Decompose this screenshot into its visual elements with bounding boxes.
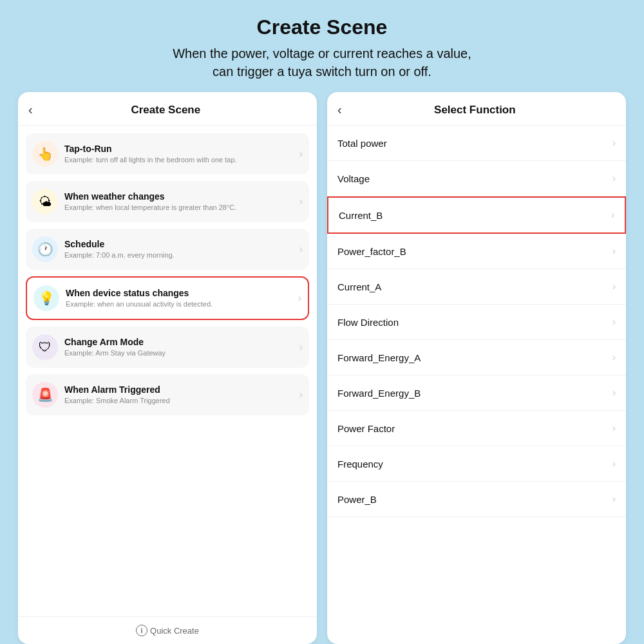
chevron-right-icon: › xyxy=(299,341,303,353)
create-scene-panel: ‹ Create Scene 👆 Tap-to-Run Example: tur… xyxy=(18,92,317,644)
scene-desc: Example: when local temperature is great… xyxy=(64,203,296,212)
scene-item[interactable]: 🌤 When weather changes Example: when loc… xyxy=(26,181,309,222)
scene-item[interactable]: 👆 Tap-to-Run Example: turn off all light… xyxy=(26,133,309,175)
scene-text: When weather changes Example: when local… xyxy=(64,191,296,212)
chevron-right-icon: › xyxy=(299,389,303,401)
function-chevron-icon: › xyxy=(612,137,616,149)
select-function-panel: ‹ Select Function Total power › Voltage … xyxy=(327,92,626,644)
scene-icon: 🕐 xyxy=(32,236,58,262)
scene-name: When device status changes xyxy=(66,288,294,298)
function-item[interactable]: Forward_Energy_B › xyxy=(327,375,626,411)
function-name: Total power xyxy=(337,138,387,149)
scene-item[interactable]: 💡 When device status changes Example: wh… xyxy=(26,276,309,320)
function-item[interactable]: Voltage › xyxy=(327,161,626,196)
function-item[interactable]: Frequency › xyxy=(327,446,626,482)
function-item[interactable]: Power_factor_B › xyxy=(327,234,626,269)
function-name: Power Factor xyxy=(337,423,395,434)
scene-name: When weather changes xyxy=(64,191,296,202)
scene-desc: Example: when an unusual activity is det… xyxy=(66,299,294,308)
right-panel-title: Select Function xyxy=(347,104,603,117)
function-chevron-icon: › xyxy=(612,458,616,469)
scene-name: Change Arm Mode xyxy=(64,337,296,347)
function-name: Power_factor_B xyxy=(337,246,406,257)
chevron-right-icon: › xyxy=(299,196,303,207)
function-item[interactable]: Total power › xyxy=(327,126,626,161)
function-item[interactable]: Power_B › xyxy=(327,482,626,517)
scene-list: 👆 Tap-to-Run Example: turn off all light… xyxy=(18,126,317,616)
scene-icon: 🛡 xyxy=(32,334,58,360)
function-chevron-icon: › xyxy=(612,281,616,292)
scene-name: Schedule xyxy=(64,239,296,249)
function-chevron-icon: › xyxy=(612,316,616,328)
chevron-right-icon: › xyxy=(298,292,301,304)
function-name: Forward_Energy_B xyxy=(337,388,421,399)
scene-icon: 🌤 xyxy=(32,189,58,214)
function-chevron-icon: › xyxy=(612,422,616,434)
subtitle: When the power, voltage or current reach… xyxy=(26,44,618,80)
function-item[interactable]: Power Factor › xyxy=(327,411,626,446)
function-item[interactable]: Flow Direction › xyxy=(327,305,626,340)
scene-desc: Example: Smoke Alarm Triggered xyxy=(64,396,296,405)
header-section: Create Scene When the power, voltage or … xyxy=(0,0,644,92)
scene-text: Change Arm Mode Example: Arm Stay via Ga… xyxy=(64,337,296,357)
panels-row: ‹ Create Scene 👆 Tap-to-Run Example: tur… xyxy=(0,92,644,644)
function-chevron-icon: › xyxy=(612,493,616,505)
function-chevron-icon: › xyxy=(611,209,614,221)
page-title: Create Scene xyxy=(26,15,618,39)
quick-create-button[interactable]: i Quick Create xyxy=(26,625,309,636)
function-name: Forward_Energy_A xyxy=(337,352,421,363)
scene-icon: 👆 xyxy=(32,141,58,167)
function-name: Current_B xyxy=(339,210,383,221)
function-chevron-icon: › xyxy=(612,387,616,399)
function-list: Total power › Voltage › Current_B › Powe… xyxy=(327,126,626,644)
scene-name: Tap-to-Run xyxy=(64,144,296,154)
function-name: Frequency xyxy=(337,459,383,469)
right-panel-header: ‹ Select Function xyxy=(327,92,626,126)
right-back-button[interactable]: ‹ xyxy=(337,102,342,117)
function-item[interactable]: Current_A › xyxy=(327,269,626,305)
scene-icon: 💡 xyxy=(33,285,59,311)
function-item[interactable]: Forward_Energy_A › xyxy=(327,340,626,375)
scene-icon: 🚨 xyxy=(32,382,58,408)
scene-text: When Alarm Triggered Example: Smoke Alar… xyxy=(64,384,296,405)
scene-text: Schedule Example: 7:00 a.m. every mornin… xyxy=(64,239,296,260)
left-panel-title: Create Scene xyxy=(38,104,294,117)
function-chevron-icon: › xyxy=(612,173,616,184)
chevron-right-icon: › xyxy=(299,148,303,160)
function-name: Flow Direction xyxy=(337,317,399,328)
scene-text: Tap-to-Run Example: turn off all lights … xyxy=(64,144,296,164)
scene-text: When device status changes Example: when… xyxy=(66,288,294,308)
scene-desc: Example: Arm Stay via Gateway xyxy=(64,348,296,357)
left-panel-header: ‹ Create Scene xyxy=(18,92,317,126)
function-chevron-icon: › xyxy=(612,352,616,363)
quick-create-icon: i xyxy=(136,625,147,636)
left-back-button[interactable]: ‹ xyxy=(28,102,33,117)
function-name: Voltage xyxy=(337,173,370,184)
scene-name: When Alarm Triggered xyxy=(64,384,296,395)
chevron-right-icon: › xyxy=(299,243,303,255)
function-name: Power_B xyxy=(337,494,377,505)
scene-desc: Example: 7:00 a.m. every morning. xyxy=(64,251,296,260)
panel-footer: i Quick Create xyxy=(18,616,317,644)
function-chevron-icon: › xyxy=(612,245,616,257)
quick-create-label: Quick Create xyxy=(150,626,199,636)
scene-item[interactable]: 🕐 Schedule Example: 7:00 a.m. every morn… xyxy=(26,229,309,270)
scene-item[interactable]: 🚨 When Alarm Triggered Example: Smoke Al… xyxy=(26,374,309,415)
scene-item[interactable]: 🛡 Change Arm Mode Example: Arm Stay via … xyxy=(26,327,309,368)
function-item[interactable]: Current_B › xyxy=(327,196,626,234)
function-name: Current_A xyxy=(337,281,381,292)
scene-desc: Example: turn off all lights in the bedr… xyxy=(64,155,296,164)
